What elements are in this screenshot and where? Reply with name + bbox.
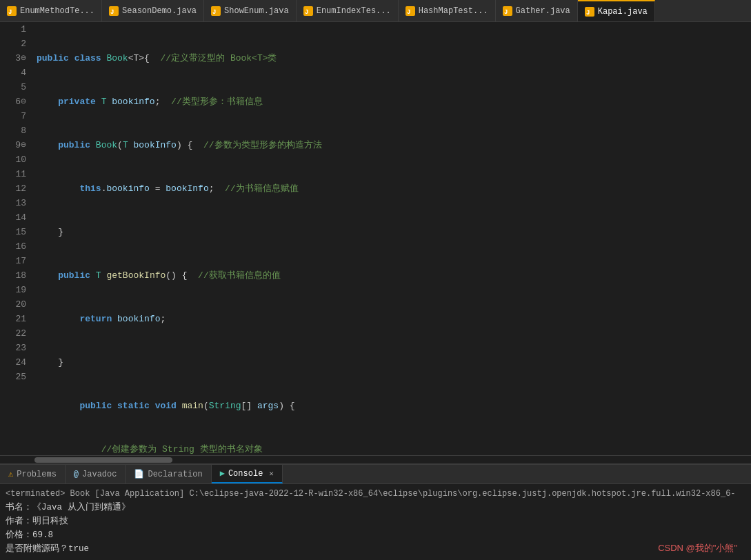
console-line-4: 是否附赠源码？true — [6, 542, 745, 556]
ln-10: 10 — [7, 152, 26, 167]
ln-9: 9⊖ — [7, 138, 26, 152]
ln-18: 18 — [7, 268, 26, 283]
svg-text:J: J — [305, 9, 308, 16]
java-icon: J — [211, 6, 221, 16]
tab-hashMapTest[interactable]: J HashMapTest... — [399, 0, 496, 21]
tab-showEnum[interactable]: J ShowEnum.java — [204, 0, 297, 21]
java-icon: J — [109, 6, 119, 16]
code-line-10: //创建参数为 String 类型的书名对象 — [37, 442, 751, 455]
code-line-8: } — [37, 355, 751, 370]
ln-16: 16 — [7, 239, 26, 254]
tab-seasonDemo[interactable]: J SeasonDemo.java — [102, 0, 204, 21]
tab-label: EnumIndexTes... — [317, 6, 391, 16]
ln-2: 2 — [7, 37, 26, 51]
console-line-1: 书名：《Java 从入门到精通》 — [6, 501, 745, 514]
csdn-watermark: CSDN @我的"小熊" — [658, 542, 737, 554]
ln-3: 3⊖ — [7, 51, 26, 66]
javadoc-icon: @ — [74, 470, 79, 479]
java-icon: J — [7, 6, 17, 16]
console-close-button[interactable]: ✕ — [269, 469, 274, 478]
console-terminated-line: <terminated> Book [Java Application] C:\… — [6, 487, 745, 501]
console-label: Console — [228, 469, 263, 479]
ln-11: 11 — [7, 167, 26, 181]
bottom-tab-bar: ⚠ Problems @ Javadoc 📄 Declaration ▶ Con… — [0, 465, 751, 484]
tab-label: Kapai.java — [598, 7, 648, 17]
ln-22: 22 — [7, 326, 26, 341]
ln-14: 14 — [7, 210, 26, 225]
ln-17: 17 — [7, 254, 26, 268]
bottom-panel: ⚠ Problems @ Javadoc 📄 Declaration ▶ Con… — [0, 463, 751, 560]
tab-label: SeasonDemo.java — [122, 6, 197, 16]
code-editor[interactable]: public class Book<T>{ //定义带泛型的 Book<T>类 … — [33, 22, 751, 455]
svg-text:J: J — [8, 9, 12, 16]
svg-text:J: J — [504, 9, 508, 16]
tab-gather[interactable]: J Gather.java — [496, 0, 578, 21]
ln-19: 19 — [7, 283, 26, 297]
svg-text:J: J — [407, 9, 410, 16]
java-icon: J — [585, 7, 594, 17]
horizontal-scrollbar[interactable] — [0, 455, 751, 463]
problems-label: Problems — [17, 470, 57, 479]
console-output: <terminated> Book [Java Application] C:\… — [0, 484, 751, 559]
ln-4: 4 — [7, 66, 26, 80]
javadoc-label: Javadoc — [82, 470, 117, 479]
tab-label: EnumMethodTe... — [20, 6, 94, 16]
bottom-tab-problems[interactable]: ⚠ Problems — [0, 465, 66, 483]
tab-label: HashMapTest... — [419, 6, 488, 16]
ln-15: 15 — [7, 225, 26, 239]
console-line-3: 价格：69.8 — [6, 528, 745, 542]
svg-text:J: J — [212, 9, 216, 16]
problems-icon: ⚠ — [8, 469, 13, 479]
java-icon: J — [503, 6, 512, 16]
line-numbers: 1 2 3⊖ 4 5 6⊖ 7 8 9⊖ 10 11 12 13 14 15 1… — [0, 22, 33, 455]
ln-8: 8 — [7, 123, 26, 138]
code-container[interactable]: 1 2 3⊖ 4 5 6⊖ 7 8 9⊖ 10 11 12 13 14 15 1… — [0, 22, 751, 455]
code-line-6: public T getBookInfo() { //获取书籍信息的值 — [37, 268, 751, 283]
bottom-tab-declaration[interactable]: 📄 Declaration — [126, 465, 211, 483]
tab-kapai[interactable]: J Kapai.java — [578, 0, 655, 21]
java-icon: J — [303, 6, 313, 16]
ln-24: 24 — [7, 355, 26, 370]
editor-area: 1 2 3⊖ 4 5 6⊖ 7 8 9⊖ 10 11 12 13 14 15 1… — [0, 22, 751, 463]
code-line-4: this.bookinfo = bookInfo; //为书籍信息赋值 — [37, 181, 751, 196]
tab-bar: J EnumMethodTe... J SeasonDemo.java J Sh… — [0, 0, 751, 22]
tab-label: Gather.java — [516, 6, 570, 16]
svg-text:J: J — [586, 10, 590, 17]
declaration-icon: 📄 — [134, 469, 144, 479]
code-line-1: public class Book<T>{ //定义带泛型的 Book<T>类 — [37, 51, 751, 66]
ln-1: 1 — [7, 22, 26, 37]
ln-5: 5 — [7, 80, 26, 94]
ln-7: 7 — [7, 109, 26, 123]
code-line-7: return bookinfo; — [37, 312, 751, 326]
console-icon: ▶ — [220, 468, 225, 479]
console-line-2: 作者：明日科技 — [6, 514, 745, 528]
tab-label: ShowEnum.java — [224, 6, 289, 16]
ln-12: 12 — [7, 181, 26, 196]
bottom-tab-javadoc[interactable]: @ Javadoc — [66, 465, 126, 483]
java-icon: J — [405, 6, 415, 16]
code-line-2: private T bookinfo; //类型形参：书籍信息 — [37, 94, 751, 109]
declaration-label: Declaration — [148, 470, 202, 479]
tab-enumIndexTes[interactable]: J EnumIndexTes... — [297, 0, 399, 21]
bottom-tab-console[interactable]: ▶ Console ✕ — [212, 465, 283, 483]
tab-enumMethodTe[interactable]: J EnumMethodTe... — [0, 0, 102, 21]
code-line-9: public static void main(String[] args) { — [37, 399, 751, 413]
svg-text:J: J — [110, 9, 114, 16]
ln-25: 25 — [7, 370, 26, 384]
ln-6: 6⊖ — [7, 94, 26, 109]
ln-20: 20 — [7, 297, 26, 312]
code-line-3: public Book(T bookInfo) { //参数为类型形参的构造方法 — [37, 138, 751, 152]
hscroll-thumb[interactable] — [34, 457, 172, 463]
code-line-5: } — [37, 225, 751, 239]
ln-13: 13 — [7, 196, 26, 210]
ln-21: 21 — [7, 312, 26, 326]
console-wrapper: <terminated> Book [Java Application] C:\… — [0, 484, 751, 560]
ln-23: 23 — [7, 341, 26, 355]
